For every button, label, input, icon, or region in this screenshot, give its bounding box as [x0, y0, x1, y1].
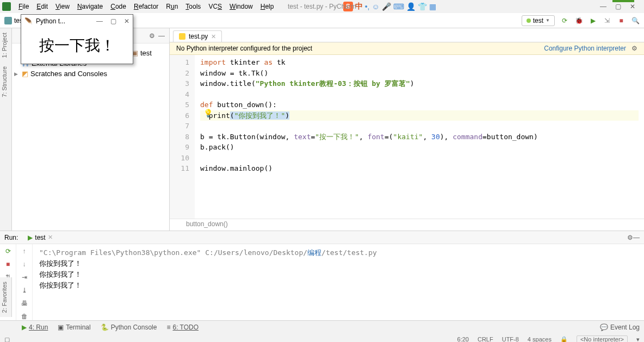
- project-tool-tab[interactable]: 1: Project: [0, 28, 11, 62]
- menu-edit[interactable]: Edit: [33, 2, 51, 11]
- run-play-icon[interactable]: ▶: [589, 16, 597, 25]
- run-config-label: test: [533, 17, 543, 24]
- run-tab-test[interactable]: ▶test✕: [23, 233, 57, 242]
- menu-navigate[interactable]: Navigate: [74, 2, 106, 11]
- tkinter-popup-window[interactable]: 🪶 Python t... — ▢ ✕ 按一下我！: [21, 14, 133, 64]
- popup-titlebar[interactable]: 🪶 Python t... — ▢ ✕: [21, 15, 133, 28]
- window-title: test - test.py - PyCharm: [288, 3, 356, 10]
- python-console-button[interactable]: 🐍 Python Console: [101, 324, 157, 331]
- tree-node-scratches[interactable]: ▶ ◩ Scratches and Consoles: [14, 69, 167, 79]
- tk-feather-icon: 🪶: [24, 17, 33, 25]
- run-cmd-exe: "C:\Program Files\Python38\python.exe": [39, 248, 201, 257]
- event-log-button[interactable]: 💬 Event Log: [600, 324, 640, 331]
- indent-setting[interactable]: 4 spaces: [528, 336, 552, 342]
- scratches-icon: ◩: [22, 70, 28, 78]
- line-separator[interactable]: CRLF: [478, 336, 493, 342]
- project-root-icon: [4, 17, 12, 24]
- popup-button[interactable]: 按一下我！: [21, 28, 133, 64]
- project-hide-icon[interactable]: —: [158, 32, 165, 40]
- run-tool-window: Run: ▶test✕ ⚙ — ⟳ ■ ⇅ 📌 ↑ ↓ ⇥ ⤓ 🖶 🗑 "C:\…: [0, 231, 644, 320]
- banner-message: No Python interpreter configured for the…: [176, 45, 312, 52]
- menu-help[interactable]: Help: [257, 2, 277, 11]
- run-output[interactable]: "C:\Program Files\Python38\python.exe" C…: [33, 244, 644, 320]
- popup-minimize-icon[interactable]: —: [96, 17, 103, 25]
- run-body: ⟳ ■ ⇅ 📌 ↑ ↓ ⇥ ⤓ 🖶 🗑 "C:\Program Files\Py…: [0, 244, 644, 320]
- window-controls: — ▢ ✕: [600, 3, 642, 10]
- left-tool-strip: 1: Project 7: Structure: [0, 28, 12, 231]
- run-tab-label: test: [35, 234, 45, 241]
- run-label: Run:: [4, 234, 18, 241]
- tree-label: Scratches and Consoles: [30, 70, 107, 78]
- tab-close-icon[interactable]: ✕: [211, 33, 216, 40]
- trash-icon[interactable]: 🗑: [21, 313, 28, 320]
- window-accent: [612, 0, 634, 2]
- print-icon[interactable]: 🖶: [21, 300, 28, 307]
- menu-code[interactable]: Code: [107, 2, 129, 11]
- file-encoding[interactable]: UTF-8: [502, 336, 519, 342]
- ime-mic-icon[interactable]: 🎤: [382, 2, 391, 11]
- reload-icon[interactable]: ⟳: [560, 16, 569, 25]
- popup-close-icon[interactable]: ✕: [124, 17, 129, 25]
- editor-tabs: test.py ✕: [170, 28, 644, 42]
- left-tool-strip-bottom: 2: Favorites: [0, 277, 12, 317]
- minimize-icon[interactable]: —: [600, 3, 606, 10]
- run-cmd-path1: C:/Users/lenovo/Desktop/: [201, 248, 307, 257]
- run-hide-icon[interactable]: —: [633, 234, 640, 241]
- down-icon[interactable]: ↓: [23, 260, 26, 268]
- rerun-icon[interactable]: ⟳: [5, 247, 11, 255]
- menu-view[interactable]: View: [52, 2, 73, 11]
- configure-interpreter-link[interactable]: Configure Python interpreter: [544, 45, 626, 52]
- scroll-icon[interactable]: ⤓: [22, 287, 27, 294]
- banner-settings-icon[interactable]: ⚙: [631, 45, 637, 52]
- ime-keyboard-icon[interactable]: ⌨: [393, 2, 404, 11]
- search-icon[interactable]: 🔍: [631, 16, 640, 25]
- menu-vcs[interactable]: VCS: [205, 2, 225, 11]
- menu-window[interactable]: Window: [226, 2, 256, 11]
- favorites-tool-tab[interactable]: 2: Favorites: [0, 277, 11, 317]
- readonly-icon[interactable]: 🔒: [560, 336, 568, 343]
- interpreter-indicator[interactable]: <No interpreter>: [577, 335, 628, 342]
- editor-tab-testpy[interactable]: test.py ✕: [173, 30, 222, 42]
- structure-tool-tab[interactable]: 7: Structure: [0, 62, 11, 102]
- terminal-tool-button[interactable]: ▣ Terminal: [58, 324, 90, 331]
- wrap-icon[interactable]: ⇥: [22, 273, 27, 281]
- status-menu-icon[interactable]: ▾: [636, 336, 640, 343]
- ime-tool-icon[interactable]: ▦: [429, 2, 436, 11]
- run-cmd-path2: /test/test.py: [321, 248, 377, 257]
- debug-icon[interactable]: 🐞: [574, 16, 583, 25]
- close-icon[interactable]: ✕: [630, 3, 635, 10]
- menu-tools[interactable]: Tools: [182, 2, 204, 11]
- todo-tool-button[interactable]: ≡ 6: TODO: [166, 324, 199, 331]
- line-gutter: 1234567891011: [170, 55, 195, 219]
- ime-punct-icon[interactable]: •,: [365, 2, 370, 11]
- editor-scope-breadcrumb[interactable]: button_down(): [170, 219, 644, 231]
- status-window-icon[interactable]: ▢: [4, 336, 10, 343]
- run-cmd-pathcn: 编程: [307, 248, 321, 257]
- stop-run-icon[interactable]: ■: [6, 260, 10, 268]
- maximize-icon[interactable]: ▢: [615, 3, 621, 10]
- ime-skin-icon[interactable]: 👕: [418, 2, 427, 11]
- ime-toolbar: S 中 •, ☺ 🎤 ⌨ 👤 👕 ▦: [343, 2, 436, 11]
- ime-emoji-icon[interactable]: ☺: [371, 2, 379, 11]
- popup-maximize-icon[interactable]: ▢: [110, 17, 116, 25]
- stop-icon[interactable]: ■: [617, 16, 626, 25]
- intention-bulb-icon[interactable]: 💡: [203, 109, 213, 117]
- up-icon[interactable]: ↑: [23, 247, 26, 255]
- code-content[interactable]: import tkinter as tk window = tk.Tk() wi…: [195, 55, 644, 219]
- ime-user-icon[interactable]: 👤: [406, 2, 416, 11]
- run-settings-icon[interactable]: ⚙: [627, 234, 633, 241]
- cursor-position[interactable]: 6:20: [457, 336, 469, 342]
- menu-run[interactable]: Run: [163, 2, 181, 11]
- toolbar-actions: test ▼ ⟳ 🐞 ▶ ⇲ ■ 🔍: [522, 15, 640, 26]
- chevron-down-icon: ▼: [546, 18, 550, 23]
- project-settings-icon[interactable]: ⚙: [149, 32, 155, 40]
- attach-icon[interactable]: ⇲: [603, 16, 611, 25]
- tab-label: test.py: [189, 33, 208, 40]
- python-file-icon: [179, 33, 185, 40]
- code-editor[interactable]: 1234567891011 import tkinter as tk windo…: [170, 55, 644, 219]
- menu-file[interactable]: File: [15, 2, 32, 11]
- run-config-selector[interactable]: test ▼: [522, 15, 555, 26]
- menu-refactor[interactable]: Refactor: [131, 2, 162, 11]
- run-tool-button[interactable]: ▶4: Run: [22, 324, 48, 331]
- popup-title-text: Python t...: [36, 17, 93, 25]
